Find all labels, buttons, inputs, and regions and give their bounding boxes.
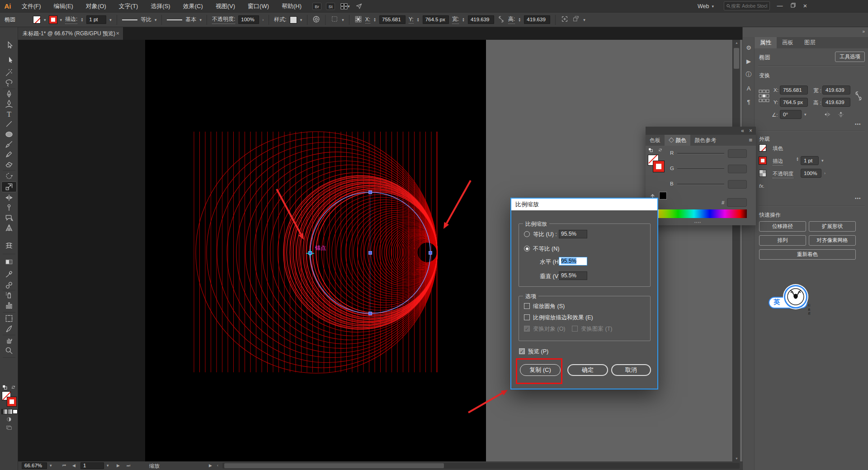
minimize-button[interactable]: —	[774, 0, 786, 12]
document-tab[interactable]: 未标题-1* @ 66.67% (RGB/GPU 预览) ×	[18, 27, 123, 40]
horizontal-scale-field[interactable]: 95.5%	[559, 257, 587, 266]
stock-search[interactable]	[724, 1, 770, 10]
color-spectrum[interactable]	[659, 209, 747, 218]
tab-属性[interactable]: 属性	[755, 37, 777, 48]
last-color-swatch[interactable]	[659, 192, 667, 199]
opacity-link-label[interactable]: 不透明度	[773, 171, 793, 178]
collapse-panel-icon[interactable]: «	[741, 128, 744, 134]
dialog-title[interactable]: 比例缩放	[511, 199, 657, 210]
hex-field[interactable]	[727, 198, 747, 207]
ellipse-tool[interactable]	[4, 129, 14, 140]
menu-item-1[interactable]: 编辑(E)	[47, 0, 80, 12]
column-graph-tool[interactable]	[4, 300, 14, 311]
last-artboard-icon[interactable]: ⏭	[127, 463, 130, 468]
shape-builder-tool[interactable]	[4, 212, 14, 223]
menu-item-0[interactable]: 文件(F)	[15, 0, 47, 12]
fx-button[interactable]: fx.	[759, 183, 764, 189]
non-uniform-radio[interactable]	[524, 246, 530, 252]
color-mode-icon[interactable]	[2, 409, 7, 414]
search-input[interactable]	[731, 3, 767, 9]
scale-strokes-label[interactable]: 比例缩放描边和效果 (E)	[533, 314, 593, 322]
uniform-scale-field[interactable]: 95.5%	[559, 230, 587, 238]
info-icon[interactable]: ⓘ	[744, 70, 754, 80]
selection-tool[interactable]	[4, 40, 14, 51]
pen-tool[interactable]	[4, 89, 14, 100]
stroke-proxy-swatch[interactable]	[653, 161, 664, 172]
screen-mode-icon[interactable]	[5, 424, 13, 431]
fill-swatch[interactable]	[33, 16, 41, 24]
non-uniform-label[interactable]: 不等比 (N)	[533, 245, 559, 253]
width-label[interactable]: 宽:	[452, 15, 459, 24]
badge-st[interactable]: St	[326, 3, 335, 10]
menu-item-2[interactable]: 对象(O)	[80, 0, 113, 12]
fill-label[interactable]: 填色	[773, 145, 783, 152]
appearance-more-options[interactable]: •••	[855, 196, 861, 201]
width-profile-value[interactable]: 等比	[141, 16, 151, 24]
menu-item-4[interactable]: 选择(S)	[144, 0, 176, 12]
menu-item-3[interactable]: 文字(T)	[113, 0, 145, 12]
r-value-field[interactable]	[728, 149, 747, 158]
workspace-switcher[interactable]: Web▾	[698, 2, 714, 10]
opacity-field[interactable]: 100%	[801, 169, 821, 178]
badge-br[interactable]: Br	[312, 3, 321, 10]
cancel-button[interactable]: 取消	[611, 364, 651, 376]
y-field[interactable]: 764.5 px	[780, 98, 808, 107]
swap-fill-stroke-icon[interactable]	[10, 385, 16, 390]
vertical-scrollbar[interactable]: ▲ ▼	[732, 40, 740, 461]
stroke-color-swatch[interactable]	[759, 157, 766, 164]
menu-item-6[interactable]: 视图(V)	[209, 0, 241, 12]
app-logo-icon[interactable]: Ai	[0, 2, 15, 10]
quick-action-5[interactable]: 重新着色	[759, 249, 856, 260]
ok-button[interactable]: 确定	[567, 364, 608, 376]
stroke-stepper[interactable]: ▲▼	[80, 18, 83, 22]
line-segment-tool[interactable]	[4, 119, 14, 129]
b-value-field[interactable]	[728, 180, 747, 189]
rotate-tool[interactable]	[4, 171, 14, 181]
height-label[interactable]: 高:	[508, 15, 515, 24]
quick-action-1[interactable]: 位移路径	[759, 221, 806, 232]
height-field[interactable]: 419.639	[524, 15, 550, 24]
share-icon[interactable]	[355, 3, 363, 9]
transform-more-options[interactable]: •••	[855, 122, 861, 127]
scale-corners-label[interactable]: 缩放圆角 (S)	[533, 303, 565, 310]
drawing-modes-icon[interactable]	[5, 416, 13, 423]
quick-action-4[interactable]: 对齐像素网格	[809, 235, 856, 246]
artboard-number-field[interactable]: 1	[80, 462, 104, 469]
hand-tool[interactable]	[4, 335, 14, 346]
stroke-color-well[interactable]	[7, 397, 16, 406]
brush-value[interactable]: 基本	[185, 16, 196, 24]
color-panel-tab-1[interactable]: ◇ 颜色	[665, 135, 690, 146]
menu-item-5[interactable]: 效果(C)	[177, 0, 209, 12]
stroke-weight-field[interactable]: 1 pt	[86, 15, 106, 24]
menu-item-7[interactable]: 窗口(W)	[241, 0, 275, 12]
r-slider[interactable]	[677, 153, 724, 154]
type-tool[interactable]: T	[4, 109, 14, 119]
x-label[interactable]: X:	[365, 16, 370, 24]
restore-button[interactable]	[787, 0, 799, 12]
x-field[interactable]: 755.681	[780, 85, 808, 95]
slice-tool[interactable]	[4, 323, 14, 334]
stroke-weight-label[interactable]: 描边:	[65, 15, 77, 24]
gradient-mode-icon[interactable]	[7, 409, 12, 414]
vscroll-thumb[interactable]	[734, 48, 739, 69]
rotation-field[interactable]: 0°	[780, 110, 802, 119]
link-dimensions-icon[interactable]	[497, 16, 505, 24]
first-artboard-icon[interactable]: ⏮	[62, 463, 66, 468]
paintbrush-tool[interactable]	[4, 139, 14, 150]
panel-resize-grip[interactable]: ▪▪▪▪	[694, 220, 701, 224]
b-slider[interactable]	[677, 184, 724, 185]
transform-bounds-icon[interactable]	[561, 15, 569, 24]
width-field[interactable]: 419.639	[822, 85, 850, 95]
constrain-proportions-icon[interactable]	[854, 90, 863, 102]
panel-menu-icon[interactable]: ≡	[749, 137, 752, 143]
collapse-dock-icon[interactable]: »	[862, 29, 865, 34]
tab-画板[interactable]: 画板	[777, 37, 799, 48]
next-artboard-icon[interactable]: ▶	[117, 463, 120, 468]
width-field[interactable]: 419.639	[468, 15, 494, 24]
color-panel-tab-2[interactable]: 颜色参考	[690, 135, 720, 146]
x-field[interactable]: 755.681	[379, 15, 406, 24]
play-icon[interactable]: ▶	[744, 56, 754, 66]
flip-horizontal-icon[interactable]	[823, 111, 831, 118]
direct-selection-tool[interactable]	[4, 55, 14, 66]
quick-action-3[interactable]: 排列	[759, 235, 806, 246]
